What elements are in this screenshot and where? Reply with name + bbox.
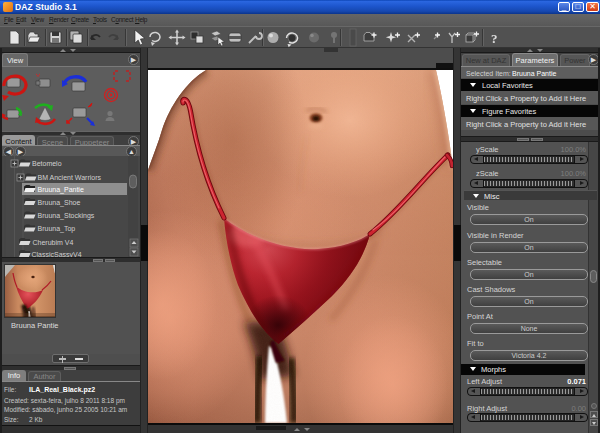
- svg-text:Cherubim V4: Cherubim V4: [33, 239, 74, 246]
- svg-text:Bruuna_Pantie: Bruuna_Pantie: [38, 186, 84, 194]
- svg-text:?: ?: [491, 31, 498, 46]
- svg-text:Bruuna_Shoe: Bruuna_Shoe: [38, 199, 81, 207]
- svg-text:Bruuna_Stockings: Bruuna_Stockings: [38, 212, 95, 220]
- svg-text:BM Ancient Warriors: BM Ancient Warriors: [38, 174, 102, 181]
- svg-text:Bruuna_Top: Bruuna_Top: [38, 225, 76, 233]
- svg-text:Betomelo: Betomelo: [32, 160, 62, 167]
